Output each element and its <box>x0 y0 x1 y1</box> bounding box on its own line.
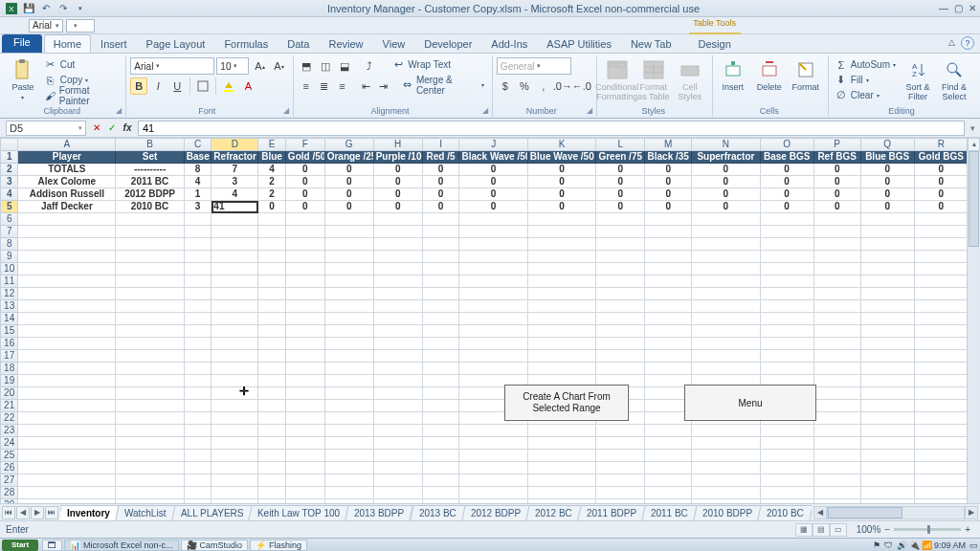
tab-insert[interactable]: Insert <box>91 34 137 53</box>
table-header-cell[interactable]: Gold /50 <box>285 151 324 164</box>
file-tab[interactable]: File <box>2 34 42 53</box>
cell[interactable] <box>212 350 258 363</box>
cell[interactable] <box>373 474 422 487</box>
cell[interactable] <box>645 288 692 300</box>
cell[interactable] <box>422 437 459 450</box>
cell[interactable] <box>116 363 184 375</box>
cell[interactable] <box>596 288 645 300</box>
cell[interactable] <box>18 213 116 226</box>
cell-styles-button[interactable]: Cell Styles <box>674 57 706 103</box>
cell[interactable] <box>184 251 212 263</box>
cell[interactable] <box>18 300 116 313</box>
cell[interactable] <box>373 300 422 313</box>
cell[interactable]: Jaff Decker <box>18 201 116 213</box>
cell[interactable] <box>373 363 422 375</box>
row-header[interactable]: 9 <box>1 251 18 263</box>
cell[interactable] <box>422 238 459 251</box>
cell[interactable] <box>596 425 645 437</box>
cell[interactable] <box>760 338 813 350</box>
col-header[interactable]: K <box>527 139 595 151</box>
cell[interactable] <box>285 412 324 425</box>
orientation-icon[interactable]: ⤴ <box>361 57 378 75</box>
cut-button[interactable]: ✂Cut <box>42 57 121 72</box>
cell[interactable] <box>116 251 184 263</box>
cell[interactable] <box>914 300 968 313</box>
row-header[interactable]: 25 <box>1 450 18 462</box>
name-box[interactable]: D5▾ <box>6 121 86 136</box>
cell[interactable]: 0 <box>285 188 324 201</box>
fill-button[interactable]: ⬇Fill▾ <box>833 73 898 87</box>
cell[interactable] <box>459 238 527 251</box>
tab-view[interactable]: View <box>373 34 415 53</box>
cell[interactable]: 0 <box>813 164 860 176</box>
cell[interactable]: 0 <box>373 201 422 213</box>
zoom-in-icon[interactable]: + <box>965 524 970 535</box>
cell[interactable] <box>373 462 422 474</box>
row-header[interactable]: 10 <box>1 263 18 276</box>
cell[interactable] <box>422 263 459 276</box>
show-desktop-button[interactable]: 🗔 <box>42 540 62 551</box>
cell[interactable]: 0 <box>860 188 914 201</box>
select-all-corner[interactable] <box>1 139 18 151</box>
cell[interactable] <box>285 238 324 251</box>
tab-design[interactable]: Design <box>689 34 741 53</box>
col-header[interactable]: F <box>285 139 324 151</box>
cell[interactable] <box>285 400 324 412</box>
col-header[interactable]: L <box>596 139 645 151</box>
cell[interactable] <box>813 263 860 276</box>
sheet-tab[interactable]: 2010 BC <box>757 505 812 520</box>
align-bottom-icon[interactable]: ⬓ <box>336 57 353 75</box>
cell[interactable]: 0 <box>645 176 692 188</box>
tray-icon[interactable]: ⚑ <box>872 540 881 550</box>
cell[interactable]: 0 <box>324 201 373 213</box>
align-middle-icon[interactable]: ◫ <box>317 57 334 75</box>
row-header[interactable]: 20 <box>1 387 18 400</box>
cell[interactable] <box>324 387 373 400</box>
conditional-formatting-button[interactable]: Conditional Formatting <box>601 57 634 103</box>
align-top-icon[interactable]: ⬒ <box>298 57 315 75</box>
cell[interactable] <box>258 437 286 450</box>
cell[interactable] <box>422 375 459 387</box>
fx-icon[interactable]: fx <box>121 122 134 133</box>
cell[interactable] <box>645 338 692 350</box>
cell[interactable] <box>422 412 459 425</box>
cell[interactable] <box>645 213 692 226</box>
cell[interactable] <box>285 263 324 276</box>
cell[interactable] <box>258 450 286 462</box>
cell[interactable] <box>692 437 760 450</box>
cell[interactable] <box>596 450 645 462</box>
cell[interactable] <box>116 276 184 288</box>
cell[interactable] <box>258 226 286 238</box>
cell[interactable] <box>860 450 914 462</box>
cell[interactable] <box>324 238 373 251</box>
cell[interactable] <box>258 412 286 425</box>
cell[interactable] <box>212 387 258 400</box>
cell[interactable] <box>116 474 184 487</box>
cell[interactable] <box>459 300 527 313</box>
cell[interactable]: 2 <box>258 176 286 188</box>
cell[interactable] <box>212 412 258 425</box>
align-left-icon[interactable]: ≡ <box>298 77 314 95</box>
cell[interactable] <box>760 437 813 450</box>
cell[interactable] <box>459 313 527 325</box>
cell[interactable] <box>373 487 422 499</box>
cell[interactable] <box>258 462 286 474</box>
col-header[interactable]: P <box>813 139 860 151</box>
cell[interactable] <box>645 462 692 474</box>
cell[interactable] <box>527 437 595 450</box>
cell[interactable] <box>324 313 373 325</box>
cell[interactable] <box>184 226 212 238</box>
row-header[interactable]: 7 <box>1 226 18 238</box>
cell[interactable] <box>860 487 914 499</box>
cell[interactable] <box>212 325 258 338</box>
cell[interactable] <box>914 375 968 387</box>
cell[interactable] <box>212 450 258 462</box>
cell[interactable] <box>258 263 286 276</box>
cell[interactable]: 0 <box>527 176 595 188</box>
tab-nav-prev-icon[interactable]: ◀ <box>16 506 30 519</box>
cell[interactable] <box>645 487 692 499</box>
cell[interactable] <box>212 276 258 288</box>
cell[interactable]: 1 <box>184 188 212 201</box>
cell[interactable] <box>914 425 968 437</box>
cell[interactable] <box>324 437 373 450</box>
